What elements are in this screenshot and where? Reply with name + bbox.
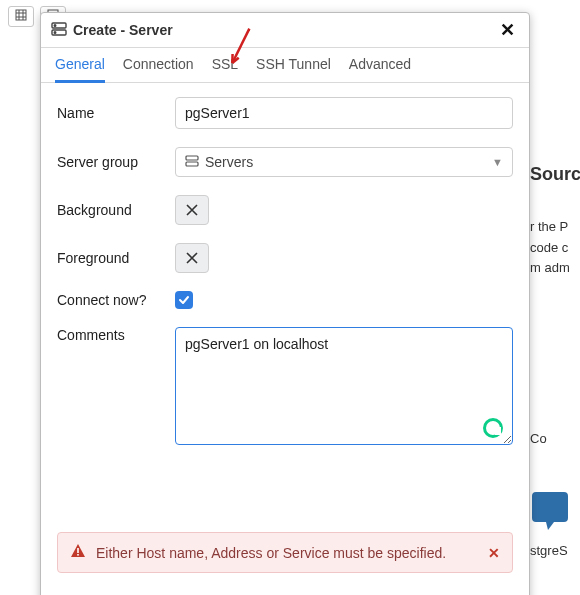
row-comments: Comments (57, 327, 513, 448)
dialog-titlebar: Create - Server ✕ (41, 13, 529, 48)
name-input[interactable] (175, 97, 513, 129)
warning-icon (70, 543, 86, 562)
alert-dismiss-button[interactable]: ✕ (488, 545, 500, 561)
row-foreground: Foreground (57, 243, 513, 273)
server-group-select[interactable]: Servers ▼ (175, 147, 513, 177)
servers-icon (185, 154, 199, 170)
alert-text: Either Host name, Address or Service mus… (96, 545, 446, 561)
foreground-label: Foreground (57, 250, 175, 266)
tab-ssl[interactable]: SSL (212, 56, 238, 82)
x-icon (185, 251, 199, 265)
validation-alert: Either Host name, Address or Service mus… (57, 532, 513, 573)
server-icon (51, 22, 67, 39)
tab-ssh-tunnel[interactable]: SSH Tunnel (256, 56, 331, 82)
row-background: Background (57, 195, 513, 225)
row-connect-now: Connect now? (57, 291, 513, 309)
close-button[interactable]: ✕ (496, 19, 519, 41)
name-label: Name (57, 105, 175, 121)
connect-now-label: Connect now? (57, 292, 175, 308)
svg-rect-0 (16, 10, 26, 20)
create-server-dialog: Create - Server ✕ General Connection SSL… (40, 12, 530, 595)
server-group-value: Servers (205, 154, 253, 170)
tab-general[interactable]: General (55, 56, 105, 83)
foreground-color-button[interactable] (175, 243, 209, 273)
svg-rect-6 (186, 156, 198, 160)
postgres-icon (530, 490, 570, 530)
x-icon (185, 203, 199, 217)
svg-rect-9 (77, 554, 79, 556)
dialog-footer: i ? ✕ Cancel ♻ Reset Save (41, 585, 529, 595)
tab-connection[interactable]: Connection (123, 56, 194, 82)
row-server-group: Server group Servers ▼ (57, 147, 513, 177)
svg-point-4 (54, 24, 56, 26)
dialog-title: Create - Server (73, 22, 173, 38)
svg-rect-7 (186, 162, 198, 166)
svg-point-5 (54, 31, 56, 33)
tab-advanced[interactable]: Advanced (349, 56, 411, 82)
row-name: Name (57, 97, 513, 129)
background-color-button[interactable] (175, 195, 209, 225)
dialog-body: Name Server group Servers ▼ Background (41, 83, 529, 472)
grid-icon[interactable] (8, 6, 34, 27)
svg-rect-8 (77, 548, 79, 553)
connect-now-checkbox[interactable] (175, 291, 193, 309)
background-label: Background (57, 202, 175, 218)
comments-textarea[interactable] (175, 327, 513, 445)
comments-label: Comments (57, 327, 175, 343)
chevron-down-icon: ▼ (492, 156, 503, 168)
dialog-tabs: General Connection SSL SSH Tunnel Advanc… (41, 48, 529, 83)
grammarly-icon (483, 418, 503, 438)
server-group-label: Server group (57, 154, 175, 170)
check-icon (178, 294, 190, 306)
background-right-panel: Source r the P code c m adm Co stgreS (530, 160, 580, 562)
